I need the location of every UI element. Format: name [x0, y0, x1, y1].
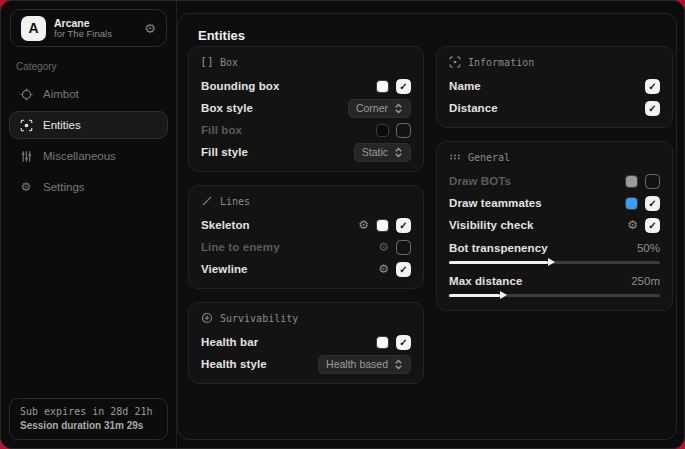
color-swatch[interactable]	[376, 336, 389, 349]
chevron-up-down-icon	[394, 359, 403, 370]
setting-row-skeleton: Skeleton ⚙	[201, 214, 411, 236]
sidebar-item-label: Entities	[43, 119, 81, 131]
setting-row-health-bar: Health bar	[201, 331, 411, 353]
setting-row-max-distance: Max distance 250m	[449, 269, 660, 302]
lines-card: Lines Skeleton ⚙ Line to enemy ⚙	[188, 185, 424, 289]
slider-value: 50%	[637, 242, 660, 254]
box-card: Box Bounding box Box style Corner	[188, 46, 424, 172]
setting-label: Bounding box	[201, 80, 280, 92]
survivability-card: Survivability Health bar Health style He…	[188, 302, 424, 384]
setting-label: Max distance	[449, 275, 522, 287]
setting-label: Health style	[201, 358, 267, 370]
box-brackets-icon	[201, 56, 213, 68]
checkbox[interactable]	[396, 335, 411, 350]
app-subtitle: for The Finals	[54, 29, 136, 40]
checkbox[interactable]	[645, 196, 660, 211]
general-card: General Draw BOTs Draw teammates	[436, 141, 673, 311]
main-panel: Entities Box Bounding box	[177, 13, 677, 440]
page-title: Entities	[198, 28, 245, 43]
sidebar-item-miscellaneous[interactable]: Miscellaneous	[9, 142, 168, 170]
setting-label: Distance	[449, 102, 498, 114]
bot-transpenency-slider[interactable]	[449, 261, 660, 264]
checkbox[interactable]	[645, 174, 660, 189]
color-swatch[interactable]	[376, 124, 389, 137]
sidebar-item-aimbot[interactable]: Aimbot	[9, 80, 168, 108]
setting-row-distance: Distance	[449, 97, 660, 119]
setting-label: Name	[449, 80, 481, 92]
setting-label: Bot transpenency	[449, 242, 548, 254]
setting-row-viewline: Viewline ⚙	[201, 258, 411, 280]
setting-row-fill-style: Fill style Static	[201, 141, 411, 163]
lines-card-header: Lines	[201, 195, 411, 207]
scan-icon	[19, 119, 33, 132]
setting-row-name: Name	[449, 75, 660, 97]
logo-card: A Arcane for The Finals ⚙	[10, 9, 167, 47]
setting-row-health-style: Health style Health based	[201, 353, 411, 375]
app-title: Arcane	[54, 17, 136, 29]
health-cross-icon	[201, 312, 213, 324]
line-icon	[201, 195, 213, 207]
app-window: A Arcane for The Finals ⚙ Category Aimbo…	[0, 0, 685, 449]
sub-expires-text: Sub expires in 28d 21h	[20, 406, 157, 417]
checkbox[interactable]	[396, 240, 411, 255]
left-column: Box Bounding box Box style Corner	[188, 46, 424, 384]
sidebar-item-label: Miscellaneous	[43, 150, 116, 162]
box-card-header: Box	[201, 56, 411, 68]
setting-row-visibility-check: Visibility check ⚙	[449, 214, 660, 236]
color-swatch[interactable]	[376, 219, 389, 232]
information-card: Information Name Distance	[436, 46, 673, 128]
sliders-icon	[19, 150, 33, 163]
setting-row-draw-teammates: Draw teammates	[449, 192, 660, 214]
setting-row-draw-bots: Draw BOTs	[449, 170, 660, 192]
color-swatch[interactable]	[625, 175, 638, 188]
fill-style-select[interactable]: Static	[354, 143, 411, 162]
sidebar-item-settings[interactable]: ⚙ Settings	[9, 173, 168, 201]
setting-row-bot-transpenency: Bot transpenency 50%	[449, 236, 660, 269]
setting-label: Fill style	[201, 146, 248, 158]
checkbox[interactable]	[396, 79, 411, 94]
checkbox[interactable]	[645, 101, 660, 116]
setting-label: Line to enemy	[201, 241, 280, 253]
gear-icon[interactable]: ⚙	[144, 21, 156, 36]
setting-label: Skeleton	[201, 219, 250, 231]
gear-icon[interactable]: ⚙	[358, 219, 369, 231]
setting-label: Box style	[201, 102, 253, 114]
color-swatch[interactable]	[376, 80, 389, 93]
gear-icon[interactable]: ⚙	[627, 219, 638, 231]
logo-text: Arcane for The Finals	[54, 17, 136, 40]
checkbox[interactable]	[645, 79, 660, 94]
session-duration-text: Session duration 31m 29s	[20, 420, 157, 431]
checkbox[interactable]	[396, 218, 411, 233]
setting-row-box-style: Box style Corner	[201, 97, 411, 119]
checkbox[interactable]	[396, 123, 411, 138]
health-style-select[interactable]: Health based	[318, 355, 411, 374]
app-logo: A	[21, 16, 46, 41]
chevron-up-down-icon	[394, 147, 403, 158]
checkbox[interactable]	[396, 262, 411, 277]
sidebar-item-entities[interactable]: Entities	[9, 111, 168, 139]
gear-icon[interactable]: ⚙	[378, 241, 389, 253]
sidebar-item-label: Aimbot	[43, 88, 79, 100]
setting-label: Viewline	[201, 263, 248, 275]
setting-row-line-to-enemy: Line to enemy ⚙	[201, 236, 411, 258]
right-column: Information Name Distance	[436, 46, 673, 311]
setting-label: Draw teammates	[449, 197, 542, 209]
crosshair-icon	[19, 88, 33, 101]
box-style-select[interactable]: Corner	[348, 99, 411, 118]
info-scan-icon	[449, 56, 461, 68]
setting-label: Visibility check	[449, 219, 534, 231]
setting-label: Health bar	[201, 336, 258, 348]
slider-thumb[interactable]	[548, 258, 555, 266]
setting-row-bounding-box: Bounding box	[201, 75, 411, 97]
general-card-header: General	[449, 151, 660, 163]
setting-row-fill-box: Fill box	[201, 119, 411, 141]
max-distance-slider[interactable]	[449, 294, 660, 297]
chevron-up-down-icon	[394, 103, 403, 114]
slider-thumb[interactable]	[500, 291, 507, 299]
sidebar: A Arcane for The Finals ⚙ Category Aimbo…	[1, 1, 177, 448]
category-label: Category	[16, 61, 176, 72]
gear-icon[interactable]: ⚙	[378, 263, 389, 275]
checkbox[interactable]	[645, 218, 660, 233]
color-swatch[interactable]	[625, 197, 638, 210]
gear-icon: ⚙	[19, 180, 33, 194]
